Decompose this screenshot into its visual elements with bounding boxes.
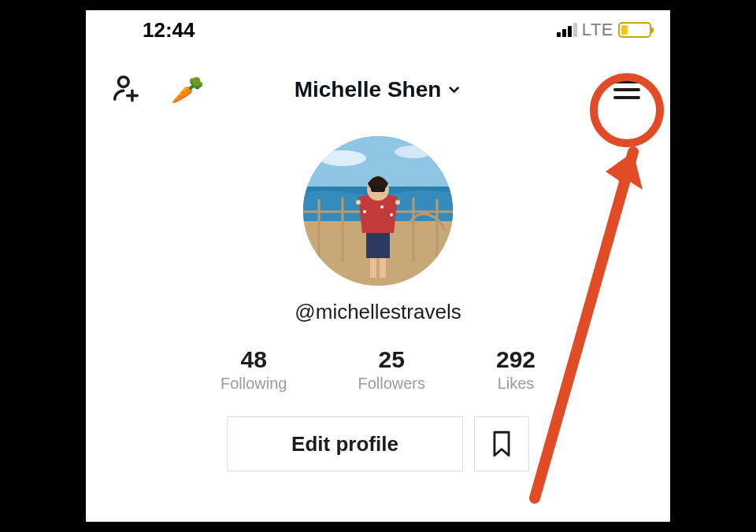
stat-followers-value: 25: [358, 346, 425, 373]
stat-likes-label: Likes: [496, 375, 536, 393]
profile-header: 🥕 Michelle Shen: [86, 50, 670, 114]
stat-following-value: 48: [220, 346, 287, 373]
stat-followers[interactable]: 25 Followers: [358, 346, 425, 393]
svg-point-22: [390, 213, 393, 216]
svg-rect-13: [366, 231, 390, 258]
status-right: LTE: [557, 20, 651, 40]
profile-handle: @michellestravels: [86, 300, 670, 324]
svg-point-4: [319, 150, 366, 166]
svg-point-15: [395, 200, 400, 205]
add-person-icon: [111, 73, 141, 103]
svg-point-20: [363, 210, 366, 213]
profile-stats: 48 Following 25 Followers 292 Likes: [86, 346, 670, 393]
svg-point-21: [380, 205, 384, 209]
battery-icon: [618, 22, 651, 38]
svg-rect-17: [371, 187, 385, 192]
bookmark-button[interactable]: [474, 416, 529, 471]
add-friend-button[interactable]: [111, 73, 141, 106]
menu-button[interactable]: [613, 80, 640, 99]
stat-likes-value: 292: [496, 346, 536, 373]
svg-point-14: [356, 200, 361, 205]
network-label: LTE: [582, 20, 613, 40]
profile-name-dropdown[interactable]: Michelle Shen: [295, 77, 462, 102]
status-bar: 12:44 LTE: [86, 10, 670, 50]
svg-point-0: [119, 77, 129, 87]
chevron-down-icon: [446, 82, 461, 98]
bookmark-icon: [491, 430, 513, 457]
edit-profile-button[interactable]: Edit profile: [227, 416, 463, 471]
svg-rect-19: [380, 258, 386, 278]
stat-likes[interactable]: 292 Likes: [496, 346, 536, 393]
profile-actions: Edit profile: [86, 416, 670, 471]
stat-followers-label: Followers: [358, 375, 425, 393]
status-time: 12:44: [143, 18, 195, 42]
svg-point-5: [395, 146, 432, 158]
avatar-section: [86, 136, 670, 286]
avatar-illustration: [303, 136, 453, 286]
profile-display-name: Michelle Shen: [295, 77, 442, 102]
phone-screen: 12:44 LTE 🥕 Michelle Sh: [86, 10, 670, 522]
cellular-signal-icon: [557, 23, 577, 37]
svg-rect-18: [370, 258, 376, 278]
stat-following[interactable]: 48 Following: [220, 346, 287, 393]
avatar[interactable]: [303, 136, 453, 286]
rewards-icon[interactable]: 🥕: [171, 76, 204, 103]
stat-following-label: Following: [220, 375, 287, 393]
